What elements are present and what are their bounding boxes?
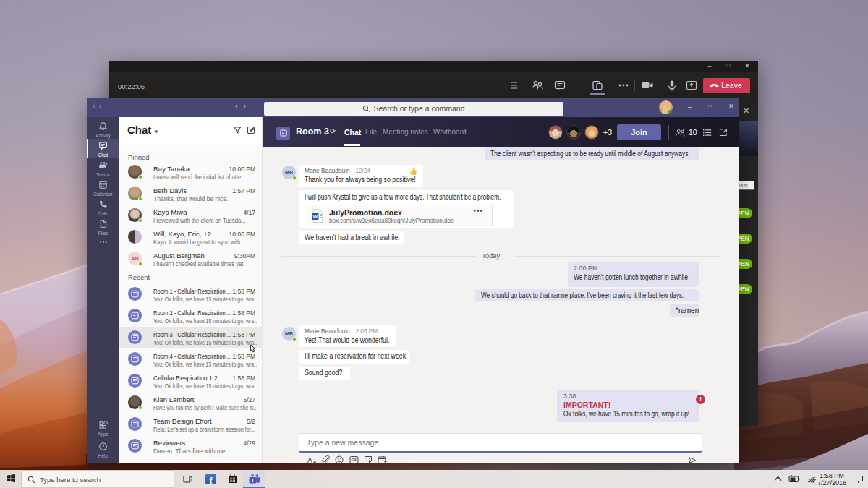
svg-text:T: T [251, 478, 255, 483]
svg-text:W: W [312, 214, 318, 219]
svg-text:GIF: GIF [352, 458, 357, 462]
